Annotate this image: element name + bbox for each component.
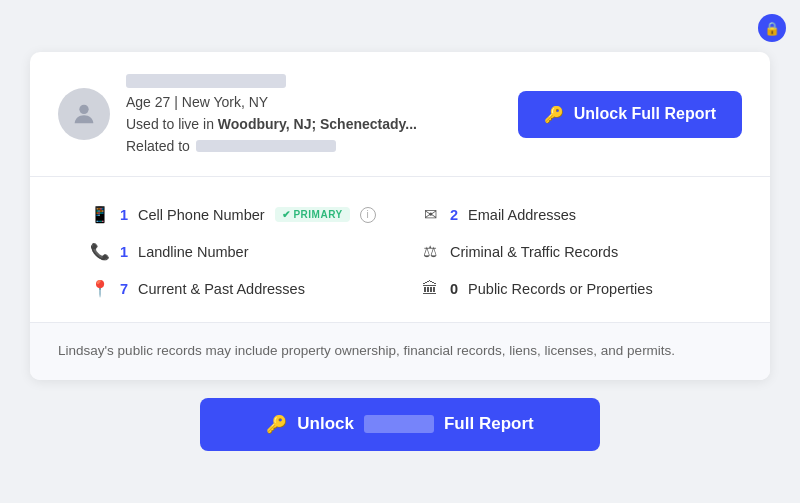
unlock-full-report-button[interactable]: 🔑 Unlock Full Report: [518, 91, 742, 138]
profile-age: Age 27 | New York, NY: [126, 94, 417, 110]
info-circle-icon[interactable]: i: [360, 207, 376, 223]
primary-badge: ✔ PRIMARY: [275, 207, 350, 222]
info-grid: 📱 1 Cell Phone Number ✔ PRIMARY i ✉ 2 Em…: [90, 205, 710, 298]
landline-icon: 📞: [90, 242, 110, 261]
address-count: 7: [120, 281, 128, 297]
profile-name-bar: [126, 74, 286, 88]
related-name-bar: [196, 140, 336, 152]
email-count: 2: [450, 207, 458, 223]
lock-corner-icon: 🔒: [758, 14, 786, 42]
public-records-label: Public Records or Properties: [468, 281, 653, 297]
lived-prefix: Used to live in: [126, 116, 218, 132]
public-records-count: 0: [450, 281, 458, 297]
cell-phone-label: Cell Phone Number: [138, 207, 265, 223]
bottom-unlock-prefix: Unlock: [297, 414, 354, 434]
phone-icon: 📱: [90, 205, 110, 224]
profile-lived: Used to live in Woodbury, NJ; Schenectad…: [126, 116, 417, 132]
cell-phone-count: 1: [120, 207, 128, 223]
card-middle-section: 📱 1 Cell Phone Number ✔ PRIMARY i ✉ 2 Em…: [30, 177, 770, 323]
key-icon: 🔑: [544, 105, 564, 124]
address-label: Current & Past Addresses: [138, 281, 305, 297]
card-footer: Lindsay's public records may include pro…: [30, 323, 770, 379]
landline-label: Landline Number: [138, 244, 248, 260]
email-label: Email Addresses: [468, 207, 576, 223]
avatar: [58, 88, 110, 140]
list-item: 🏛 0 Public Records or Properties: [420, 279, 710, 298]
list-item: 📱 1 Cell Phone Number ✔ PRIMARY i: [90, 205, 380, 224]
list-item: ⚖ Criminal & Traffic Records: [420, 242, 710, 261]
svg-point-0: [79, 105, 88, 114]
list-item: 📍 7 Current & Past Addresses: [90, 279, 380, 298]
email-icon: ✉: [420, 205, 440, 224]
address-icon: 📍: [90, 279, 110, 298]
bottom-name-blur: [364, 415, 434, 433]
profile-left: Age 27 | New York, NY Used to live in Wo…: [58, 74, 417, 154]
criminal-icon: ⚖: [420, 242, 440, 261]
lived-places: Woodbury, NJ; Schenectady...: [218, 116, 417, 132]
profile-related: Related to: [126, 138, 417, 154]
bottom-key-icon: 🔑: [266, 414, 287, 435]
card-top-section: Age 27 | New York, NY Used to live in Wo…: [30, 52, 770, 177]
bottom-unlock-button[interactable]: 🔑 Unlock Full Report: [200, 398, 600, 451]
list-item: ✉ 2 Email Addresses: [420, 205, 710, 224]
public-records-icon: 🏛: [420, 280, 440, 298]
list-item: 📞 1 Landline Number: [90, 242, 380, 261]
criminal-label: Criminal & Traffic Records: [450, 244, 618, 260]
unlock-button-label: Unlock Full Report: [574, 105, 716, 123]
profile-info: Age 27 | New York, NY Used to live in Wo…: [126, 74, 417, 154]
related-prefix: Related to: [126, 138, 190, 154]
bottom-unlock-suffix: Full Report: [444, 414, 534, 434]
profile-card: Age 27 | New York, NY Used to live in Wo…: [30, 52, 770, 379]
footer-text: Lindsay's public records may include pro…: [58, 341, 742, 361]
landline-count: 1: [120, 244, 128, 260]
